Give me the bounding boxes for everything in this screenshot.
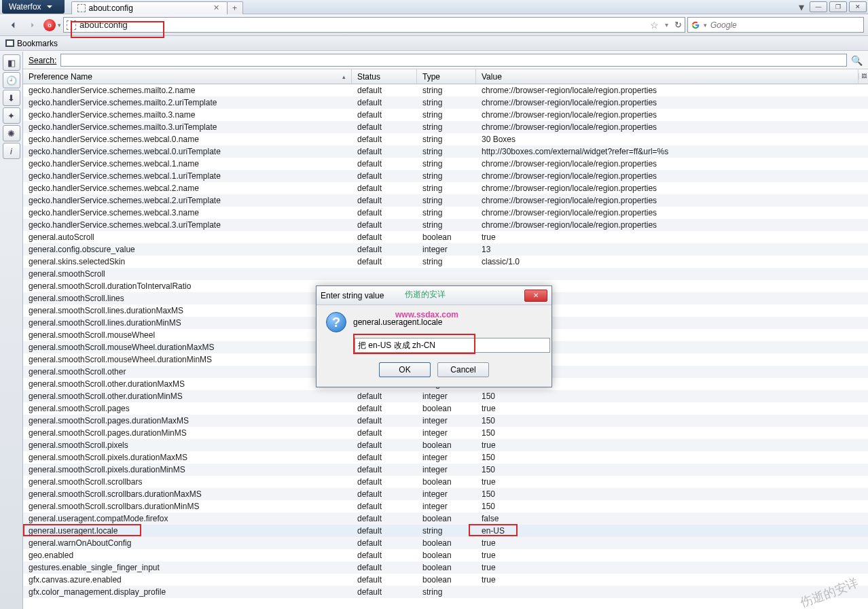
ok-button[interactable]: OK: [379, 362, 431, 377]
dialog-titlebar[interactable]: Enter string value 伤逝的安详 ✕: [317, 286, 551, 305]
table-row[interactable]: gecko.handlerService.schemes.webcal.2.ur…: [23, 194, 868, 207]
col-value[interactable]: Value: [476, 69, 858, 84]
cell-status: default: [352, 392, 417, 401]
cell-status: default: [352, 551, 417, 560]
cell-status: default: [352, 208, 417, 218]
table-row[interactable]: gecko.handlerService.schemes.webcal.3.na…: [23, 207, 868, 219]
table-row[interactable]: general.useragent.localedefaultstringen-…: [23, 525, 868, 537]
table-row[interactable]: gecko.handlerService.schemes.webcal.1.na…: [23, 158, 868, 170]
table-row[interactable]: general.warnOnAboutConfigdefaultbooleant…: [23, 537, 868, 549]
cancel-button[interactable]: Cancel: [437, 362, 489, 377]
table-row[interactable]: general.smoothScroll.scrollbarsdefaultbo…: [23, 476, 868, 488]
close-window-button[interactable]: ✕: [849, 1, 867, 12]
table-row[interactable]: gecko.handlerService.schemes.mailto.2.na…: [23, 84, 868, 97]
dialog-body: ? general.useragent.locale www.ssdax.com…: [317, 305, 551, 387]
sidebar-noscript-icon[interactable]: ✺: [3, 125, 20, 141]
table-row[interactable]: gecko.handlerService.schemes.webcal.1.ur…: [23, 170, 868, 182]
tabs-dropdown-icon[interactable]: ▾: [795, 1, 808, 12]
cell-name: general.warnOnAboutConfig: [23, 538, 352, 548]
app-name: Waterfox: [9, 2, 41, 12]
minimize-button[interactable]: —: [810, 1, 827, 12]
sidebar-feeds-icon[interactable]: ◧: [3, 54, 20, 71]
table-row[interactable]: gecko.handlerService.schemes.webcal.3.ur…: [23, 219, 868, 231]
back-button[interactable]: [4, 17, 22, 33]
maximize-button[interactable]: ❐: [829, 1, 847, 12]
cell-type: integer: [417, 245, 476, 254]
cell-name: general.smoothScroll.mouseWheel: [23, 330, 352, 340]
table-row[interactable]: gecko.handlerService.schemes.mailto.3.ur…: [23, 121, 868, 133]
titlebar: Waterfox about:config ✕ + ▾ — ❐ ✕: [0, 0, 868, 14]
cell-name: general.smoothScroll.mouseWheel.duration…: [23, 355, 352, 364]
cell-value: 150: [476, 489, 868, 499]
table-row[interactable]: general.skins.selectedSkindefaultstringc…: [23, 256, 868, 268]
close-tab-icon[interactable]: ✕: [211, 3, 221, 12]
cell-value: false: [476, 514, 868, 523]
table-row[interactable]: general.smoothScroll.pixelsdefaultboolea…: [23, 439, 868, 451]
bookmarks-label[interactable]: Bookmarks: [17, 39, 58, 48]
col-preference-name[interactable]: Preference Name▴: [23, 69, 352, 84]
table-row[interactable]: general.config.obscure_valuedefaultinteg…: [23, 243, 868, 256]
table-row[interactable]: general.smoothScroll.other.durationMinMS…: [23, 390, 868, 402]
search-box[interactable]: ▾ Google: [687, 17, 864, 33]
cell-name: general.smoothScroll.other.durationMaxMS: [23, 379, 352, 389]
table-row[interactable]: gfx.color_management.display_profiledefa…: [23, 586, 868, 598]
col-type[interactable]: Type: [417, 69, 476, 84]
noscript-icon[interactable]: o: [43, 19, 56, 31]
bookmark-star-icon[interactable]: ☆: [650, 20, 659, 31]
cell-name: gecko.handlerService.schemes.mailto.2.na…: [23, 86, 352, 95]
cell-name: gecko.handlerService.schemes.webcal.2.ur…: [23, 196, 352, 205]
forward-button[interactable]: [24, 17, 41, 33]
cell-type: string: [417, 171, 476, 181]
filter-input[interactable]: [60, 54, 847, 67]
table-row[interactable]: general.smoothScroll.pixels.durationMaxM…: [23, 451, 868, 464]
table-row[interactable]: geo.enableddefaultbooleantrue: [23, 549, 868, 561]
watermark: 伤逝的安详: [405, 289, 446, 300]
search-icon[interactable]: 🔍: [851, 55, 863, 66]
table-row[interactable]: general.smoothScroll.scrollbars.duration…: [23, 500, 868, 512]
table-row[interactable]: gecko.handlerService.schemes.mailto.3.na…: [23, 109, 868, 121]
table-row[interactable]: general.smoothScroll.pixels.durationMinM…: [23, 464, 868, 476]
cell-name: general.smoothScroll.pixels.durationMaxM…: [23, 453, 352, 462]
table-row[interactable]: gecko.handlerService.schemes.webcal.0.na…: [23, 133, 868, 145]
table-row[interactable]: gfx.canvas.azure.enableddefaultbooleantr…: [23, 574, 868, 586]
sidebar-addons-icon[interactable]: ✦: [3, 107, 20, 124]
cell-name: geo.enabled: [23, 551, 352, 560]
browser-tab[interactable]: about:config ✕: [71, 1, 228, 14]
cell-value: en-US: [476, 526, 868, 536]
search-dropdown-icon[interactable]: ▾: [704, 22, 707, 29]
dialog-close-button[interactable]: ✕: [524, 290, 547, 302]
reload-icon[interactable]: ↻: [674, 20, 682, 30]
sidebar-history-icon[interactable]: 🕘: [3, 72, 20, 88]
table-row[interactable]: general.autoScrolldefaultbooleantrue: [23, 231, 868, 243]
table-row[interactable]: gecko.handlerService.schemes.webcal.2.na…: [23, 182, 868, 194]
cell-status: default: [352, 514, 417, 523]
cell-status: default: [352, 171, 417, 181]
column-picker-icon[interactable]: 🖼: [858, 73, 868, 80]
table-row[interactable]: general.smoothScroll.scrollbars.duration…: [23, 488, 868, 500]
url-history-dropdown-icon[interactable]: ▾: [662, 21, 671, 29]
cell-value: 150: [476, 453, 868, 462]
table-row[interactable]: general.smoothScroll.pagesdefaultboolean…: [23, 402, 868, 415]
table-row[interactable]: general.smoothScroll.pages.durationMinMS…: [23, 427, 868, 439]
sidebar-downloads-icon[interactable]: ⬇: [3, 90, 20, 106]
app-menu-button[interactable]: Waterfox: [2, 0, 65, 14]
cell-value: 30 Boxes: [476, 135, 868, 144]
cell-name: gecko.handlerService.schemes.webcal.1.ur…: [23, 171, 352, 181]
cell-type: string: [417, 98, 476, 107]
table-row[interactable]: gecko.handlerService.schemes.mailto.2.ur…: [23, 97, 868, 109]
cell-name: general.smoothScroll.other: [23, 367, 352, 377]
sidebar-info-icon[interactable]: i: [3, 143, 20, 159]
table-row[interactable]: gestures.enable_single_finger_inputdefau…: [23, 561, 868, 574]
col-status[interactable]: Status: [352, 69, 417, 84]
cell-value: 150: [476, 428, 868, 438]
noscript-dropdown-icon[interactable]: ▾: [58, 22, 61, 29]
new-tab-button[interactable]: +: [227, 1, 243, 14]
cell-status: default: [352, 257, 417, 266]
table-row[interactable]: general.smoothScroll.pages.durationMaxMS…: [23, 415, 868, 427]
cell-type: boolean: [417, 440, 476, 450]
table-row[interactable]: gecko.handlerService.schemes.webcal.0.ur…: [23, 145, 868, 158]
table-row[interactable]: general.useragent.compatMode.firefoxdefa…: [23, 512, 868, 525]
url-bar[interactable]: about:config ☆ ▾ ↻: [63, 17, 685, 33]
dialog-string-input[interactable]: [355, 338, 550, 353]
table-row[interactable]: general.smoothScroll: [23, 268, 868, 280]
